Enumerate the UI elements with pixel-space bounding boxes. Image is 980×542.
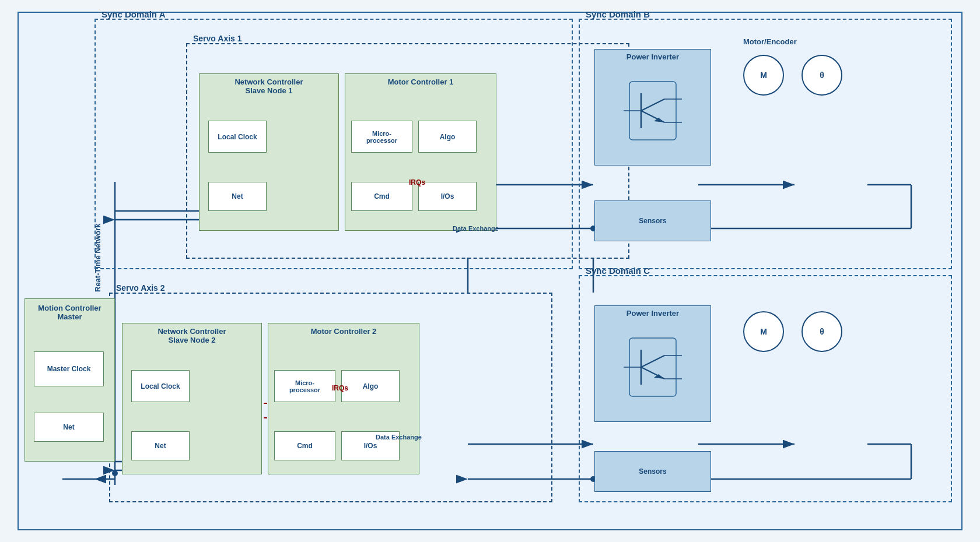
power-inverter-2-label: Power Inverter (595, 306, 710, 321)
irqs-label-2: IRQs (332, 384, 348, 392)
irqs-label-1: IRQs (409, 178, 425, 186)
cmd-1: Cmd (351, 182, 412, 211)
power-inverter-1: Power Inverter (594, 49, 711, 166)
servo-axis-2-label: Servo Axis 2 (116, 283, 165, 293)
algo-2: Algo (341, 370, 400, 402)
motor-controller-2-label: Motor Controller 2 (268, 323, 419, 338)
local-clock-2: Local Clock (131, 370, 190, 402)
nc-slave-node-1-label: Network Controller Slave Node 1 (200, 74, 338, 97)
nc-slave-node-2-label: Network Controller Slave Node 2 (123, 323, 261, 347)
theta-2: θ (802, 311, 842, 352)
power-inverter-1-label: Power Inverter (595, 50, 710, 64)
microprocessor-2: Micro- processor (274, 370, 335, 402)
sync-domain-a: Sync Domain A Servo Axis 1 Network Contr… (94, 19, 573, 269)
sensors-2: Sensors (594, 451, 711, 492)
servo-axis-1-label: Servo Axis 1 (193, 34, 242, 43)
nc-slave-1-net: Net (208, 182, 267, 211)
sync-domain-b: Sync Domain B Power Inverter Sensors (579, 19, 952, 269)
algo-1: Algo (418, 121, 477, 153)
data-exchange-label-1: Data Exchange (453, 225, 499, 232)
motion-controller-master: Motion Controller Master Master Clock Ne… (24, 298, 115, 462)
motion-controller-net: Net (34, 413, 104, 442)
nc-slave-node-2: Network Controller Slave Node 2 Local Cl… (122, 323, 262, 474)
motor-controller-2: Motor Controller 2 Micro- processor Algo… (268, 323, 419, 474)
motor-encoder-label: Motor/Encoder (743, 37, 797, 46)
sync-domain-c-label: Sync Domain C (586, 266, 650, 276)
nc-slave-node-1: Network Controller Slave Node 1 Local Cl… (199, 73, 339, 231)
data-exchange-label-2: Data Exchange (376, 434, 422, 441)
microprocessor-1: Micro- processor (351, 121, 412, 153)
servo-axis-2: Servo Axis 2 Network Controller Slave No… (109, 293, 552, 502)
diagram-container: Sync Domain A Servo Axis 1 Network Contr… (18, 12, 963, 530)
motor-controller-1: Motor Controller 1 Micro- processor Algo… (345, 73, 496, 231)
rtn-label: Reat-Time Network (93, 199, 102, 316)
igbt-symbol-2 (606, 326, 699, 408)
motor-m2: M (743, 311, 784, 352)
motor-m1: M (743, 55, 784, 96)
igbt-symbol-1 (606, 70, 699, 152)
sync-domain-c: Sync Domain C Power Inverter Sensors M (579, 275, 952, 502)
ios-1: I/Os (418, 182, 477, 211)
master-clock: Master Clock (34, 351, 104, 386)
servo-axis-1: Servo Axis 1 Network Controller Slave No… (186, 43, 629, 259)
sync-domain-a-label: Sync Domain A (102, 9, 165, 19)
sync-domain-b-label: Sync Domain B (586, 9, 650, 19)
cmd-2: Cmd (274, 431, 335, 460)
sensors-1: Sensors (594, 200, 711, 241)
local-clock-1: Local Clock (208, 121, 267, 153)
theta-1: θ (802, 55, 842, 96)
power-inverter-2: Power Inverter (594, 305, 711, 422)
motor-controller-1-label: Motor Controller 1 (345, 74, 496, 89)
nc-slave-2-net: Net (131, 431, 190, 460)
